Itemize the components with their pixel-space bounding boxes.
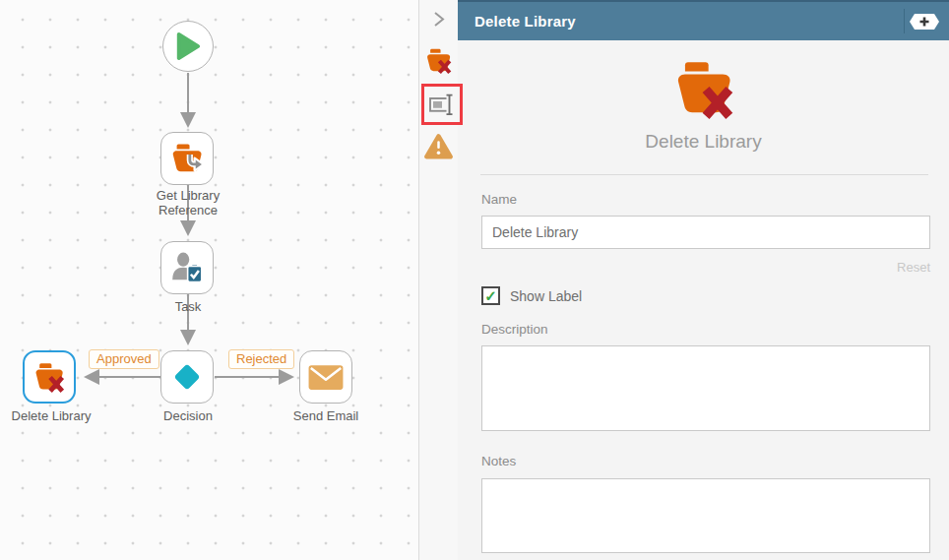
properties-panel: Delete Library Delete Library Name Reset (458, 0, 949, 560)
plus-hexagon-icon (909, 13, 940, 31)
node-label: Delete Library (12, 409, 92, 424)
panel-title: Delete Library (458, 13, 576, 30)
folder-reference-icon (169, 142, 205, 175)
branch-label-rejected[interactable]: Rejected (228, 349, 294, 369)
decision-diamond-icon (169, 359, 205, 395)
tab-delete-library-step[interactable] (419, 47, 458, 75)
name-input[interactable] (481, 216, 930, 249)
reset-link[interactable]: Reset (481, 260, 930, 275)
header-divider (904, 9, 905, 33)
tab-warnings[interactable] (419, 133, 458, 159)
node-label: Decision (163, 409, 213, 424)
tab-rename[interactable] (427, 90, 457, 119)
notes-label: Notes (481, 454, 930, 468)
show-label-text[interactable]: Show Label (510, 288, 582, 304)
get-library-reference-node[interactable] (160, 132, 214, 185)
show-label-checkbox[interactable] (481, 286, 500, 305)
rename-label-icon (427, 90, 457, 119)
step-hero: Delete Library (458, 40, 949, 153)
node-label: Send Email (293, 409, 358, 424)
step-title: Delete Library (458, 131, 949, 153)
decision-node[interactable] (160, 350, 214, 404)
start-node[interactable] (162, 21, 214, 72)
name-label: Name (481, 192, 930, 207)
workflow-canvas[interactable]: Get Library Reference Task Decision (0, 0, 419, 560)
chevron-right-icon (431, 10, 447, 28)
delete-library-node[interactable] (23, 350, 76, 404)
description-textarea[interactable] (481, 345, 930, 431)
delete-library-folder-icon (32, 361, 66, 394)
node-label: Get Library Reference (145, 189, 231, 218)
panel-header: Delete Library (458, 0, 949, 40)
user-task-icon (169, 250, 205, 285)
send-email-node[interactable] (299, 350, 352, 404)
add-button[interactable] (909, 13, 940, 34)
play-icon (174, 31, 202, 62)
notes-textarea[interactable] (481, 478, 930, 553)
section-divider (480, 174, 928, 175)
delete-library-icon (671, 58, 736, 121)
description-label: Description (481, 322, 930, 337)
workflow-designer: Get Library Reference Task Decision (0, 0, 949, 560)
task-node[interactable] (160, 241, 214, 294)
panel-tab-rail (419, 0, 458, 560)
delete-library-step-icon (424, 47, 453, 75)
warning-icon (423, 133, 454, 159)
branch-label-approved[interactable]: Approved (89, 349, 159, 369)
show-label-row: Show Label (481, 286, 930, 305)
collapse-panel-button[interactable] (419, 10, 458, 28)
step-form: Name Reset Show Label Description Notes (458, 192, 949, 553)
annotation-highlight-box (421, 84, 463, 125)
node-label: Task (175, 300, 202, 315)
email-icon (308, 364, 344, 391)
